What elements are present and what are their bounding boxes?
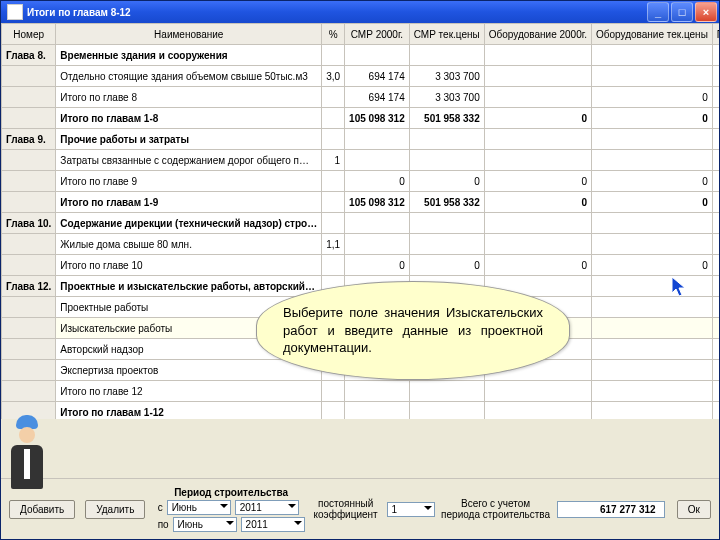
value-cell[interactable]: 501 958 332 — [409, 192, 484, 213]
value-cell[interactable]: 694 174 — [345, 66, 410, 87]
value-cell[interactable] — [712, 297, 719, 318]
value-cell[interactable] — [484, 87, 591, 108]
value-cell[interactable]: 105 098 312 — [345, 192, 410, 213]
value-cell[interactable] — [484, 66, 591, 87]
value-cell[interactable]: 0 — [591, 87, 712, 108]
column-header[interactable]: СМР 2000г. — [345, 24, 410, 45]
value-cell[interactable] — [591, 66, 712, 87]
value-cell[interactable]: 0 — [484, 171, 591, 192]
value-cell[interactable] — [322, 213, 345, 234]
value-cell[interactable] — [322, 171, 345, 192]
maximize-button[interactable]: □ — [671, 2, 693, 22]
value-cell[interactable]: 0 — [591, 192, 712, 213]
minimize-button[interactable]: _ — [647, 2, 669, 22]
value-cell[interactable] — [322, 402, 345, 420]
value-cell[interactable]: 1,1 — [322, 234, 345, 255]
close-button[interactable]: × — [695, 2, 717, 22]
value-cell[interactable]: 105 098 312 — [345, 108, 410, 129]
value-cell[interactable]: 0 — [484, 108, 591, 129]
table-row[interactable]: Итого по главе 1000001 137 8435 580 070 — [2, 255, 720, 276]
value-cell[interactable] — [591, 339, 712, 360]
table-row[interactable]: Глава 9.Прочие работы и затраты — [2, 129, 720, 150]
value-cell[interactable]: 359 983 — [712, 150, 719, 171]
value-cell[interactable] — [712, 381, 719, 402]
value-cell[interactable] — [345, 381, 410, 402]
value-cell[interactable]: 0 — [591, 255, 712, 276]
value-cell[interactable] — [322, 87, 345, 108]
value-cell[interactable]: 2 210 625 — [712, 402, 719, 420]
value-cell[interactable] — [409, 129, 484, 150]
value-cell[interactable] — [712, 66, 719, 87]
value-cell[interactable] — [712, 213, 719, 234]
value-cell[interactable]: 1 137 843 — [712, 255, 719, 276]
table-row[interactable]: Итого по главе 90000359 9835 019 584 — [2, 171, 720, 192]
add-button[interactable]: Добавить — [9, 500, 75, 519]
value-cell[interactable]: 0 — [712, 108, 719, 129]
value-cell[interactable]: 0 — [409, 255, 484, 276]
value-cell[interactable] — [345, 234, 410, 255]
value-cell[interactable] — [591, 213, 712, 234]
coef-input[interactable]: 1 — [387, 502, 435, 517]
value-cell[interactable] — [591, 360, 712, 381]
value-cell[interactable] — [345, 402, 410, 420]
value-cell[interactable]: 0 — [345, 255, 410, 276]
value-cell[interactable] — [409, 402, 484, 420]
value-cell[interactable]: 0 — [712, 87, 719, 108]
from-month-select[interactable]: Июнь — [167, 500, 231, 515]
value-cell[interactable] — [712, 339, 719, 360]
value-cell[interactable]: 0 — [409, 171, 484, 192]
value-cell[interactable] — [409, 213, 484, 234]
value-cell[interactable] — [591, 45, 712, 66]
delete-button[interactable]: Удалить — [85, 500, 145, 519]
value-cell[interactable] — [484, 402, 591, 420]
column-header[interactable]: Наименование — [56, 24, 322, 45]
value-cell[interactable] — [345, 129, 410, 150]
value-cell[interactable]: 359 983 — [712, 171, 719, 192]
table-row[interactable]: Итого по главам 1-8105 098 312501 958 33… — [2, 108, 720, 129]
value-cell[interactable] — [712, 276, 719, 297]
value-cell[interactable]: 1 059 983 — [712, 192, 719, 213]
table-row[interactable]: Глава 8.Временные здания и сооружения — [2, 45, 720, 66]
value-cell[interactable] — [345, 150, 410, 171]
value-cell[interactable] — [591, 234, 712, 255]
value-cell[interactable]: 0 — [591, 108, 712, 129]
value-cell[interactable]: 0 — [484, 255, 591, 276]
value-cell[interactable] — [322, 108, 345, 129]
value-cell[interactable] — [345, 45, 410, 66]
value-cell[interactable] — [322, 255, 345, 276]
value-cell[interactable]: 0 — [345, 171, 410, 192]
value-cell[interactable]: 0 — [591, 171, 712, 192]
value-cell[interactable] — [591, 402, 712, 420]
from-year-select[interactable]: 2011 — [235, 500, 299, 515]
value-cell[interactable] — [591, 150, 712, 171]
value-cell[interactable] — [484, 234, 591, 255]
value-cell[interactable]: 3 303 700 — [409, 87, 484, 108]
value-cell[interactable] — [591, 318, 712, 339]
value-cell[interactable] — [712, 318, 719, 339]
value-cell[interactable]: 1 137 843 — [712, 234, 719, 255]
table-row[interactable]: Итого по главе 8694 1743 303 700000 — [2, 87, 720, 108]
to-month-select[interactable]: Июнь — [173, 517, 237, 532]
value-cell[interactable] — [712, 45, 719, 66]
column-header[interactable]: СМР тек.цены — [409, 24, 484, 45]
table-row[interactable]: Итого по главе 12361 175 — [2, 381, 720, 402]
table-row[interactable]: Отдельно стоящие здания объемом свыше 50… — [2, 66, 720, 87]
table-row[interactable]: Затраты связанные с содержанием дорог об… — [2, 150, 720, 171]
value-cell[interactable] — [591, 297, 712, 318]
value-cell[interactable] — [322, 381, 345, 402]
column-header[interactable]: Прочие 2000г. — [712, 24, 719, 45]
value-cell[interactable] — [322, 129, 345, 150]
value-cell[interactable] — [322, 192, 345, 213]
value-cell[interactable] — [591, 276, 712, 297]
ok-button[interactable]: Ок — [677, 500, 711, 519]
value-cell[interactable] — [345, 213, 410, 234]
value-cell[interactable] — [712, 129, 719, 150]
value-cell[interactable] — [484, 150, 591, 171]
value-cell[interactable]: 0 — [484, 192, 591, 213]
value-cell[interactable] — [322, 45, 345, 66]
value-cell[interactable] — [484, 381, 591, 402]
value-cell[interactable] — [484, 213, 591, 234]
value-cell[interactable] — [712, 360, 719, 381]
table-row[interactable]: Итого по главам 1-9105 098 312501 958 33… — [2, 192, 720, 213]
column-header[interactable]: Оборудование 2000г. — [484, 24, 591, 45]
